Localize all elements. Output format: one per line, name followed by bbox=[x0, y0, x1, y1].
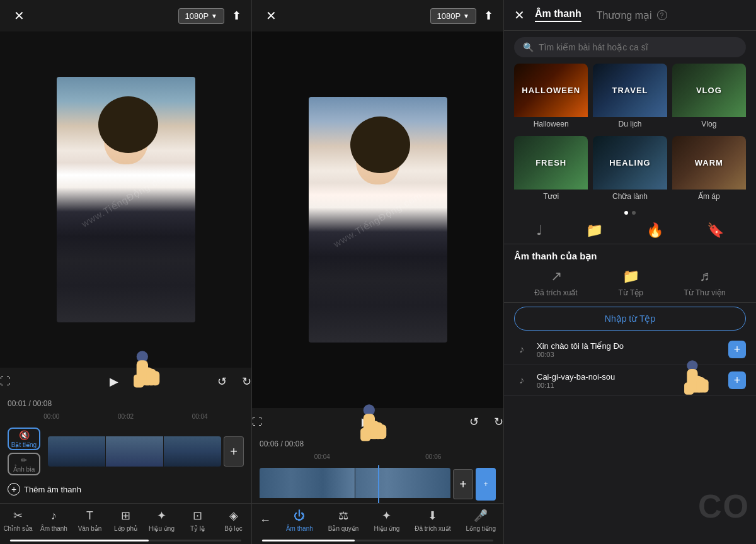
song-add-btn-1[interactable]: + bbox=[728, 341, 746, 358]
middle-resolution-button[interactable]: 1080P ▼ bbox=[430, 8, 477, 24]
dot-2 bbox=[632, 211, 636, 215]
toolbar-overlay-item[interactable]: ⊞ Lớp phủ bbox=[108, 509, 144, 532]
middle-thumb-2[interactable] bbox=[355, 468, 450, 498]
middle-video-portrait bbox=[309, 97, 447, 343]
song-add-btn-2[interactable]: + bbox=[728, 371, 746, 389]
bookmark-source-tab[interactable]: 🔖 bbox=[707, 222, 724, 239]
halloween-card[interactable]: HALLOWEEN Halloween bbox=[514, 64, 588, 131]
song-row-1[interactable]: ♪ Xin chào tôi là Tiếng Đo 00:03 + bbox=[504, 334, 756, 365]
add-clip-button[interactable]: + bbox=[224, 436, 244, 467]
middle-girl-image bbox=[309, 97, 447, 343]
middle-thumb-1[interactable] bbox=[260, 468, 355, 498]
middle-scroll-indicator bbox=[262, 540, 493, 541]
song-duration-1: 00:03 bbox=[537, 351, 721, 358]
commercial-tab[interactable]: Thương mại ? bbox=[597, 9, 667, 21]
song-note-icon-2: ♪ bbox=[514, 373, 529, 388]
flame-source-tab[interactable]: 🔥 bbox=[646, 222, 663, 239]
from-file-tab[interactable]: 📁 Từ Tệp bbox=[618, 268, 643, 297]
left-timeline-section: 00:01 / 00:08 00:00 00:02 00:04 bbox=[0, 395, 251, 425]
left-resolution-button[interactable]: 1080P ▼ bbox=[178, 8, 225, 24]
left-video-portrait bbox=[57, 77, 195, 322]
add-audio-plus-icon: + bbox=[8, 483, 20, 496]
left-play-button[interactable]: ▶ bbox=[103, 370, 125, 393]
middle-timeline-time: 00:06 / 00:08 bbox=[260, 439, 496, 448]
middle-add-clip-button[interactable]: + bbox=[453, 469, 473, 499]
toolbar-text-item[interactable]: T Văn bản bbox=[72, 509, 108, 532]
left-redo-button[interactable]: ↻ bbox=[242, 375, 251, 388]
music-categories-row1: HALLOWEEN Halloween TRAVEL Du lịch VLOG … bbox=[504, 64, 756, 136]
middle-timeline-section: 00:06 / 00:08 00:04 00:06 bbox=[252, 436, 503, 465]
add-audio-button[interactable]: + Thêm âm thanh bbox=[0, 478, 251, 501]
middle-expand-button[interactable]: ⛶ bbox=[252, 416, 262, 428]
vlog-label: Vlog bbox=[672, 117, 746, 131]
warm-label: Ấm áp bbox=[672, 190, 746, 203]
left-clip-control-panel: 🔇 Bật tiếng ✏ Ảnh bìa bbox=[8, 428, 40, 475]
toolbar-ratio-item[interactable]: ⊡ Tỷ lệ bbox=[180, 509, 215, 532]
middle-copyright-tab[interactable]: ⚖ Bản quyền bbox=[328, 509, 359, 532]
middle-top-bar: ✕ 1080P ▼ ⬆ bbox=[252, 0, 503, 31]
warm-card[interactable]: WARM Ấm áp bbox=[672, 136, 746, 203]
middle-panel: ✕ 1080P ▼ ⬆ www.TiếngĐộng.com ⛶ ▶ ↺ ↻ 00… bbox=[252, 0, 504, 544]
toolbar-filter-item[interactable]: ◈ Bộ lọc bbox=[215, 509, 251, 532]
left-scroll-indicator bbox=[10, 540, 241, 541]
song-info-2: Cai-gi-vay-ba-noi-sou 00:11 bbox=[537, 372, 721, 389]
dot-1 bbox=[624, 211, 628, 215]
middle-upload-button[interactable]: ⬆ bbox=[484, 9, 493, 23]
left-upload-button[interactable]: ⬆ bbox=[232, 9, 241, 23]
your-sound-title: Âm thanh của bạn bbox=[504, 244, 756, 266]
song-note-icon-1: ♪ bbox=[514, 342, 529, 357]
middle-voiceover-tab[interactable]: 🎤 Lồng tiếng bbox=[466, 509, 496, 532]
carousel-dots bbox=[504, 208, 756, 220]
middle-audio-tab[interactable]: ⏻ Âm thanh bbox=[286, 509, 313, 532]
audio-tab-active[interactable]: Âm thanh bbox=[535, 8, 581, 22]
vlog-card[interactable]: VLOG Vlog bbox=[672, 64, 746, 131]
toolbar-cut-item[interactable]: ✂ Chỉnh sửa bbox=[0, 509, 36, 532]
travel-label: Du lịch bbox=[593, 117, 667, 131]
fresh-label: Tươi bbox=[514, 190, 588, 203]
folder-source-tab[interactable]: 📁 bbox=[586, 222, 603, 239]
healing-card[interactable]: HEALING Chữa lành bbox=[593, 136, 667, 203]
middle-playback-controls: ⛶ ▶ ↺ ↻ bbox=[252, 408, 503, 436]
middle-clip-thumbs bbox=[260, 468, 450, 501]
music-search-input[interactable] bbox=[539, 42, 737, 52]
left-undo-button[interactable]: ↺ bbox=[217, 375, 227, 388]
tiktok-source-tab[interactable]: ♩ bbox=[536, 222, 542, 239]
middle-undo-button[interactable]: ↺ bbox=[469, 415, 479, 429]
song-duration-2: 00:11 bbox=[537, 382, 721, 389]
middle-extra-btn[interactable]: + bbox=[476, 468, 496, 501]
extracted-tab[interactable]: ↗ Đã trích xuất bbox=[534, 268, 577, 297]
clip-thumb-1[interactable] bbox=[48, 436, 105, 467]
toolbar-effects-item[interactable]: ✦ Hiệu ứng bbox=[144, 509, 180, 532]
import-from-file-button[interactable]: Nhập từ Tệp bbox=[514, 307, 746, 331]
search-icon: 🔍 bbox=[523, 42, 534, 52]
song-row-2[interactable]: ♪ Cai-gi-vay-ba-noi-sou 00:11 + bbox=[504, 365, 756, 396]
middle-close-button[interactable]: ✕ bbox=[262, 7, 280, 25]
middle-play-button[interactable]: ▶ bbox=[355, 411, 377, 433]
clip-thumb-2[interactable] bbox=[106, 436, 163, 467]
middle-effects-tab[interactable]: ✦ Hiệu ứng bbox=[374, 509, 399, 532]
middle-playhead bbox=[378, 465, 379, 503]
halloween-label: Halloween bbox=[514, 117, 588, 131]
fresh-card[interactable]: FRESH Tươi bbox=[514, 136, 588, 203]
left-close-button[interactable]: ✕ bbox=[10, 7, 28, 25]
left-tick-marks: 00:00 00:02 00:04 bbox=[8, 411, 244, 422]
clip-thumb-3[interactable] bbox=[164, 436, 221, 467]
right-close-button[interactable]: ✕ bbox=[514, 8, 525, 23]
right-panel-header: ✕ Âm thanh Thương mại ? bbox=[504, 0, 756, 31]
from-library-tab[interactable]: ♬ Từ Thư viện bbox=[684, 268, 726, 297]
left-expand-button[interactable]: ⛶ bbox=[0, 376, 10, 387]
song-title-1: Xin chào tôi là Tiếng Đo bbox=[537, 341, 721, 351]
middle-back-button[interactable]: ← bbox=[260, 514, 271, 527]
co-watermark: CO bbox=[698, 487, 750, 525]
travel-card[interactable]: TRAVEL Du lịch bbox=[593, 64, 667, 131]
music-search-bar[interactable]: 🔍 bbox=[514, 37, 746, 57]
middle-redo-button[interactable]: ↻ bbox=[494, 415, 503, 429]
song-title-2: Cai-gi-vay-ba-noi-sou bbox=[537, 372, 721, 382]
toolbar-audio-item[interactable]: ♪ Âm thanh bbox=[36, 509, 72, 532]
middle-video-preview: www.TiếngĐộng.com bbox=[252, 31, 503, 408]
right-panel: ✕ Âm thanh Thương mại ? 🔍 HALLOWEEN Hall… bbox=[504, 0, 756, 544]
mute-toggle-button[interactable]: 🔇 Bật tiếng bbox=[8, 428, 40, 450]
middle-extract-tab[interactable]: ⬇ Đã trích xuất bbox=[415, 509, 450, 532]
cover-edit-button[interactable]: ✏ Ảnh bìa bbox=[8, 453, 40, 475]
left-timeline-time: 00:01 / 00:08 bbox=[8, 399, 244, 408]
